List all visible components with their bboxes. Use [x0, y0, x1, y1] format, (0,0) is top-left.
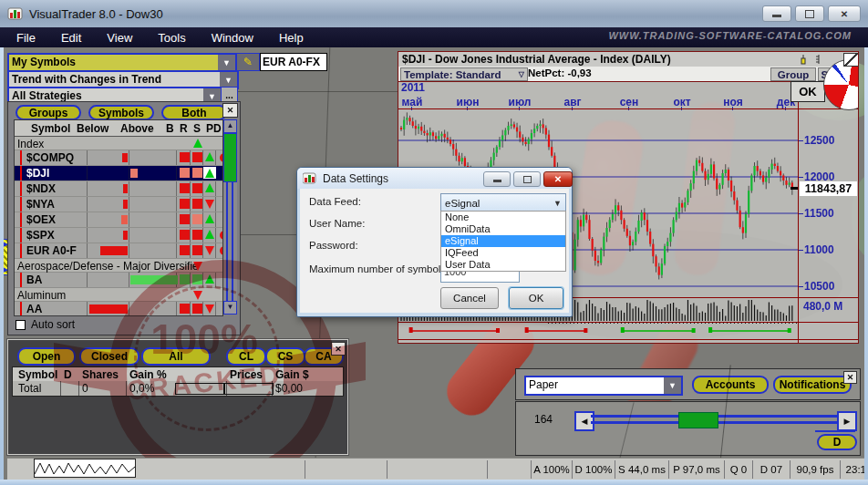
reverse-signal-box	[192, 183, 202, 193]
col-divider	[190, 243, 191, 258]
menu-item-tools[interactable]: Tools	[149, 29, 194, 46]
price-tick-dash	[799, 140, 803, 141]
group-row[interactable]: Index	[15, 137, 222, 150]
symbol-row[interactable]: $DJI	[15, 166, 222, 181]
accounts-button[interactable]: Accounts	[692, 376, 769, 394]
chevron-down-icon[interactable]: ▼	[220, 72, 237, 88]
dialog-close-button[interactable]: ✕	[543, 171, 573, 187]
slider-right-arrow[interactable]: ▶	[837, 411, 857, 431]
chevron-down-icon[interactable]: ▼	[218, 55, 235, 71]
close-icon[interactable]: ✕	[843, 371, 857, 384]
row-label: AA	[26, 303, 42, 315]
cancel-button[interactable]: Cancel	[440, 287, 499, 309]
menu-item-window[interactable]: Window	[202, 29, 263, 46]
minimize-button[interactable]	[762, 5, 791, 22]
data-feed-dropdown[interactable]: eSignal ▼	[440, 193, 566, 212]
row-label: $NYA	[26, 198, 55, 211]
tab-both[interactable]: Both	[161, 105, 227, 120]
close-button[interactable]: ✕	[828, 5, 861, 22]
price-cell-box[interactable]	[175, 383, 224, 395]
symbols-scrollbar[interactable]: ▲ ▼	[223, 119, 237, 315]
trades-panel: OpenClosedAllCLCSCA ✕ SymbolDSharesGain …	[7, 339, 348, 455]
trades-filter-cl[interactable]: CL	[226, 347, 266, 366]
period-d-button[interactable]: D	[817, 434, 857, 450]
col-divider	[87, 181, 88, 196]
active-symbol-box[interactable]: EUR A0-FX	[260, 53, 327, 71]
tab-symbols[interactable]: Symbols	[88, 105, 154, 120]
status-cell-0: A 100%	[531, 460, 572, 479]
candle-tool-icon[interactable]	[798, 54, 809, 65]
trend-down-icon	[193, 262, 202, 271]
bg-grid-line	[237, 91, 398, 92]
slider-thumb[interactable]	[678, 412, 718, 428]
data-feed-option-omnidata[interactable]: OmniData	[441, 223, 565, 235]
data-feed-option-none[interactable]: None	[441, 212, 565, 223]
current-price-value: 11843,87	[805, 182, 852, 195]
scroll-down-icon[interactable]: ▼	[223, 301, 237, 315]
menu-item-file[interactable]: File	[7, 29, 45, 46]
notifications-button[interactable]: Notifications	[773, 376, 852, 394]
activity-sparkline	[34, 459, 136, 478]
col-divider	[202, 197, 203, 212]
password-label: Password:	[309, 240, 358, 251]
col-divider	[190, 273, 191, 287]
maximize-button[interactable]	[795, 5, 824, 22]
col-divider	[190, 166, 191, 181]
group-button[interactable]: Group	[770, 67, 816, 81]
data-feed-option-esignal[interactable]: eSignal	[441, 235, 565, 247]
symbol-row[interactable]: $NYA	[15, 197, 222, 212]
row-label: Aluminum	[17, 289, 66, 302]
menu-item-view[interactable]: View	[98, 29, 141, 46]
symbol-row[interactable]: $NDX	[15, 181, 222, 197]
symbol-row[interactable]: EUR A0-F	[15, 243, 222, 259]
template-dropdown[interactable]: Template: Standard ▽	[400, 67, 528, 81]
data-feed-option-user-data[interactable]: User Data	[441, 259, 565, 271]
row-label: $DJI	[26, 167, 49, 180]
data-feed-option-iqfeed[interactable]: IQFeed	[441, 247, 565, 259]
col-divider	[129, 150, 129, 165]
pencil-icon: ✎	[243, 56, 253, 68]
trend-up-icon	[205, 230, 214, 239]
data-feed-options-list[interactable]: NoneOmniDataeSignalIQFeedUser Data	[440, 211, 566, 272]
dialog-minimize-button[interactable]	[483, 171, 511, 187]
row-label: $OEX	[26, 213, 56, 226]
symbols-table[interactable]: SymbolBelowAboveBRSPDIndex$COMPQ$DJI$NDX…	[14, 119, 223, 316]
col-divider	[129, 166, 129, 181]
auto-sort-checkbox[interactable]: Auto sort	[16, 318, 75, 331]
trades-filter-cs[interactable]: CS	[265, 347, 305, 366]
tab-groups[interactable]: Groups	[16, 105, 81, 120]
row-label: Index	[17, 138, 44, 150]
symbol-row[interactable]: BA	[15, 273, 222, 288]
reverse-signal-box	[192, 152, 202, 162]
menu-item-help[interactable]: Help	[270, 29, 313, 46]
total-shares: 0	[82, 382, 88, 395]
dialog-title-bar[interactable]: Data Settings ✕	[297, 168, 572, 189]
close-icon[interactable]: ✕	[331, 342, 346, 356]
menu-item-edit[interactable]: Edit	[52, 29, 90, 46]
edit-symbols-button[interactable]: ✎	[236, 53, 260, 71]
scroll-up-icon[interactable]: ▲	[223, 119, 237, 133]
group-row[interactable]: Aluminum	[15, 288, 222, 302]
trades-filter-closed[interactable]: Closed	[79, 347, 140, 366]
group-row[interactable]: Aerospace/Defense - Major Diversifie	[15, 259, 222, 273]
trend-up-icon	[205, 169, 214, 178]
trades-filter-open[interactable]: Open	[17, 347, 76, 366]
symbol-row[interactable]: AA	[15, 302, 222, 316]
ok-button[interactable]: OK	[509, 287, 563, 309]
col-divider	[190, 302, 191, 316]
symbol-row[interactable]: $OEX	[15, 212, 222, 228]
account-combo[interactable]: Paper ▼	[524, 376, 683, 396]
chevron-down-icon[interactable]: ▼	[664, 377, 681, 394]
symbol-row[interactable]: $SPX	[15, 228, 222, 243]
trades-filter-all[interactable]: All	[141, 347, 211, 366]
price-cell-box[interactable]	[224, 383, 274, 395]
reverse-signal-box	[192, 214, 202, 224]
scroll-thumb[interactable]	[223, 133, 237, 182]
trades-total-row[interactable]: Total00,0%$0,00	[12, 381, 344, 397]
resize-grip-box[interactable]	[843, 53, 859, 67]
dialog-restore-button[interactable]	[513, 171, 541, 187]
checkbox-icon[interactable]	[16, 320, 26, 330]
ruler-icon[interactable]	[813, 54, 824, 65]
close-icon[interactable]: ✕	[222, 103, 238, 118]
symbol-row[interactable]: $COMPQ	[15, 150, 222, 166]
